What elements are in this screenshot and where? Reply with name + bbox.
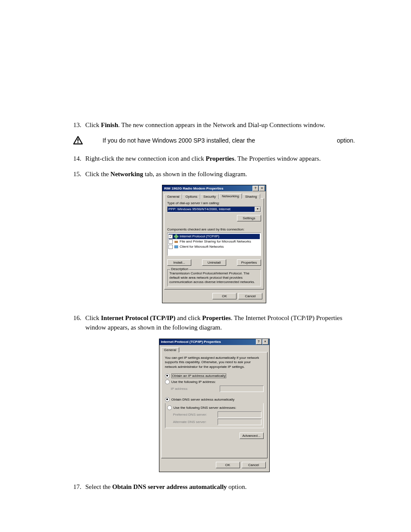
uninstall-button[interactable]: Uninstall [202,259,226,266]
svg-rect-5 [174,246,178,248]
components-listbox[interactable]: ✓ Internet Protocol (TCP/IP) File and Pr… [167,233,261,256]
alternate-dns-row: Alternate DNS server: [173,419,262,425]
type-label: Type of dial-up server I am calling: [167,201,261,205]
list-item-client[interactable]: Client for Microsoft Networks [168,244,260,249]
tab-page-networking: Type of dial-up server I am calling: PPP… [164,198,264,289]
radio-icon[interactable] [165,373,170,378]
tab-general[interactable]: General [161,347,179,352]
dialog-screenshot-1: RIM 1902G Radio Modem Properties ? × Gen… [73,185,355,303]
step-13: 13. Click Finish. The new connection app… [73,121,355,130]
ok-button[interactable]: OK [216,462,240,468]
option-obtain-ip[interactable]: Obtain an IP address automatically [165,373,264,378]
checkbox-icon[interactable] [168,245,173,249]
radio-icon[interactable] [165,397,170,402]
description-text: Transmission Control Protocol/Internet P… [169,271,259,284]
svg-rect-0 [78,139,78,141]
svg-rect-1 [78,142,78,143]
preferred-dns-row: Preferred DNS server: [173,411,262,418]
step-number: 17. [73,482,81,492]
step-14: 14. Right-click the new connection icon … [73,154,355,164]
radio-icon[interactable] [167,405,172,410]
tab-general[interactable]: General [164,194,182,199]
step-17: 17. Select the Obtain DNS server address… [73,482,355,492]
checkbox-icon[interactable]: ✓ [168,234,173,239]
advanced-button[interactable]: Advanced... [240,432,264,439]
step-15: 15. Click the Networking tab, as shown i… [73,170,355,179]
close-button[interactable]: × [262,339,268,345]
ip-address-input [220,386,264,392]
tab-sharing[interactable]: Sharing [242,194,260,199]
note-callout: If you do not have Windows 2000 SP3 inst… [73,136,355,145]
tcpip-properties-dialog: Internet Protocol (TCP/IP) Properties ? … [159,339,270,472]
document-page: 13. Click Finish. The new connection app… [0,0,411,532]
tab-strip: General Options Security Networking Shar… [162,191,266,198]
tab-strip: General [159,345,269,352]
titlebar[interactable]: RIM 1902G Radio Modem Properties ? × [162,185,266,191]
option-obtain-dns[interactable]: Obtain DNS server address automatically [165,397,264,402]
client-icon [174,245,178,249]
warning-icon [73,136,83,145]
cancel-button[interactable]: Cancel [242,462,266,468]
svg-rect-3 [175,234,177,239]
components-label: Components checked are used by this conn… [167,227,261,231]
tab-networking[interactable]: Networking [219,193,242,199]
description-group: Description Transmission Control Protoco… [167,269,261,286]
settings-button[interactable]: Settings [237,215,261,221]
svg-rect-4 [174,241,178,243]
step-text: Click Internet Protocol (TCP/IP) and cli… [85,314,342,331]
step-text: Click the Networking tab, as shown in th… [85,171,247,177]
network-protocol-icon [174,234,178,239]
step-text: Right-click the new connection icon and … [85,155,321,162]
checkbox-icon[interactable] [168,240,173,244]
step-number: 14. [73,154,81,164]
help-button[interactable]: ? [256,339,262,345]
note-text: If you do not have Windows 2000 SP3 inst… [103,137,355,144]
tab-options[interactable]: Options [182,194,200,199]
chevron-down-icon[interactable]: ▼ [255,207,261,212]
option-use-ip[interactable]: Use the following IP address: [165,380,264,384]
step-number: 16. [73,314,81,323]
tab-security[interactable]: Security [200,194,219,199]
list-item-file-printer-sharing[interactable]: File and Printer Sharing for Microsoft N… [168,239,260,244]
window-title: Internet Protocol (TCP/IP) Properties [161,340,221,344]
alternate-dns-input [218,419,262,425]
step-list: 13. Click Finish. The new connection app… [73,121,355,130]
option-use-dns[interactable]: Use the following DNS server addresses: [167,405,262,410]
titlebar[interactable]: Internet Protocol (TCP/IP) Properties ? … [159,339,269,345]
step-16: 16. Click Internet Protocol (TCP/IP) and… [73,314,355,333]
list-item-tcpip[interactable]: ✓ Internet Protocol (TCP/IP) [168,234,260,239]
server-type-dropdown[interactable]: PPP: Windows 95/98/NT4/2000, Internet ▼ [167,206,261,212]
step-text: Select the Obtain DNS server address aut… [85,483,246,490]
dns-group: Use the following DNS server addresses: … [165,403,264,428]
close-button[interactable]: × [259,186,265,191]
window-title: RIM 1902G Radio Modem Properties [164,187,223,190]
step-text: Click Finish. The new connection appears… [85,121,325,128]
help-button[interactable]: ? [252,186,258,191]
ip-address-row: IP address: [171,386,264,392]
intro-text: You can get IP settings assigned automat… [165,356,264,369]
description-legend: Description [170,267,189,271]
cancel-button[interactable]: Cancel [238,293,262,299]
properties-button[interactable]: Properties [237,259,261,266]
step-list: 17. Select the Obtain DNS server address… [73,482,355,492]
preferred-dns-input [218,411,262,418]
ok-button[interactable]: OK [212,293,237,299]
radio-modem-properties-dialog: RIM 1902G Radio Modem Properties ? × Gen… [162,185,266,303]
step-number: 15. [73,170,81,179]
install-button[interactable]: Install... [167,259,191,266]
service-icon [174,240,178,244]
tab-page-general: You can get IP settings assigned automat… [161,352,268,458]
step-number: 13. [73,121,81,130]
step-list: 14. Right-click the new connection icon … [73,154,355,179]
radio-icon[interactable] [165,380,170,384]
step-list: 16. Click Internet Protocol (TCP/IP) and… [73,314,355,333]
dialog-screenshot-2: Internet Protocol (TCP/IP) Properties ? … [73,339,355,472]
